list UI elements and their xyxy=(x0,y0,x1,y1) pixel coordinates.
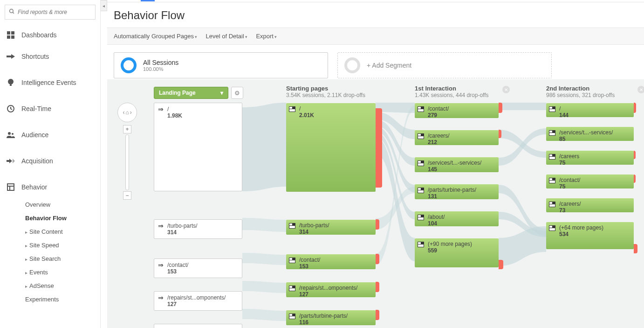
flow-node[interactable]: /turbo-parts/314 xyxy=(286,220,376,235)
nav-behavior-flow[interactable]: Behavior Flow xyxy=(0,211,100,225)
nav-label: Acquisition xyxy=(21,157,53,165)
home-button[interactable]: ‹ ⌂ › xyxy=(117,103,137,122)
flow-node[interactable]: /contact/153 xyxy=(286,254,376,269)
landing-node[interactable]: ⇒/parts/turbine-parts/116 xyxy=(154,324,242,328)
zoom-in-button[interactable]: + xyxy=(123,125,131,133)
dropoff-bar xyxy=(634,174,636,183)
nav-shortcuts[interactable]: Shortcuts xyxy=(0,46,100,67)
nav-site-search[interactable]: Site Search xyxy=(0,252,100,265)
landing-node[interactable]: ⇒/1.98K xyxy=(154,103,242,191)
sidebar-collapse-button[interactable]: ◂ xyxy=(101,0,107,11)
nav-label: Audience xyxy=(21,131,48,139)
landing-node[interactable]: ⇒/turbo-parts/314 xyxy=(154,219,242,239)
flow-node[interactable]: (+90 more pages)559 xyxy=(415,238,499,267)
flow-node[interactable]: /contact/75 xyxy=(546,174,634,188)
landing-page-dropdown[interactable]: Landing Page ▾ xyxy=(154,87,228,99)
node-value: 145 xyxy=(428,166,481,173)
page-icon xyxy=(289,286,295,291)
zoom-slider[interactable] xyxy=(125,134,129,190)
shortcut-icon xyxy=(7,52,15,61)
node-value: 2.01K xyxy=(299,112,314,119)
nav-label: Behavior xyxy=(21,183,47,191)
landing-node[interactable]: ⇒/repairs/st...omponents/127 xyxy=(154,291,242,311)
landing-column: ⇒/1.98K⇒/turbo-parts/314⇒/contact/153⇒/r… xyxy=(154,103,242,328)
page-icon xyxy=(549,130,555,136)
flow-node[interactable]: /careers/212 xyxy=(415,130,499,145)
flow-node[interactable]: /parts/turbine-parts/131 xyxy=(415,184,499,199)
flow-node[interactable]: /contact/279 xyxy=(415,103,499,118)
flow-node[interactable]: /2.01K xyxy=(286,103,376,192)
node-value: 104 xyxy=(428,220,445,227)
svg-marker-6 xyxy=(7,54,15,59)
flow-node[interactable]: /careers75 xyxy=(546,151,634,165)
dropoff-bar xyxy=(634,151,636,159)
node-value: 144 xyxy=(559,112,569,119)
close-icon[interactable]: ✕ xyxy=(502,86,510,93)
svg-point-10 xyxy=(8,132,11,135)
node-path: /turbo-parts/ xyxy=(167,223,198,229)
dropoff-bar xyxy=(376,108,382,188)
node-value: 1.98K xyxy=(167,112,182,119)
nav-realtime[interactable]: Real-Time xyxy=(0,98,100,119)
node-path: /turbo-parts/ xyxy=(299,222,329,229)
dropoff-bar xyxy=(376,254,379,264)
node-path: /contact/ xyxy=(559,177,580,183)
second-interaction-column: ✕ 2nd Interaction 986 sessions, 321 drop… xyxy=(546,85,634,259)
nav-dashboards[interactable]: Dashboards xyxy=(0,24,100,46)
flow-node[interactable]: /services/t...-services/85 xyxy=(546,127,634,141)
column-sub: 1.43K sessions, 444 drop-offs xyxy=(415,92,499,98)
starting-pages-column: Starting pages 3.54K sessions, 2.11K dro… xyxy=(286,85,376,328)
flow-node[interactable]: /144 xyxy=(546,103,634,117)
nav-site-content[interactable]: Site Content xyxy=(0,225,100,238)
search-reports[interactable] xyxy=(5,5,96,20)
toolbar: Automatically Grouped Pages Level of Det… xyxy=(107,28,644,45)
node-value: 153 xyxy=(167,268,188,275)
through-arrow-icon: ⇒ xyxy=(158,223,164,229)
first-interaction-column: ✕ 1st Interaction 1.43K sessions, 444 dr… xyxy=(415,85,499,279)
close-icon[interactable]: ✕ xyxy=(637,86,644,93)
toolbar-grouped-pages[interactable]: Automatically Grouped Pages xyxy=(114,33,198,40)
nav-intelligence[interactable]: Intelligence Events xyxy=(0,72,100,93)
flow-node[interactable]: /services/t...-services/145 xyxy=(415,157,499,172)
add-segment-button[interactable]: + Add Segment xyxy=(337,52,552,78)
flow-node[interactable]: /careers/73 xyxy=(546,198,634,212)
flow-node[interactable]: /about/104 xyxy=(415,211,499,226)
dropoff-bar xyxy=(634,103,636,113)
toolbar-export[interactable]: Export xyxy=(256,33,277,40)
nav-behavior[interactable]: Behavior xyxy=(0,176,100,198)
search-input[interactable] xyxy=(18,9,91,15)
svg-rect-3 xyxy=(11,31,14,35)
node-value: 127 xyxy=(167,301,226,307)
flow-node[interactable]: /repairs/st...omponents/127 xyxy=(286,282,376,297)
active-tab-indicator xyxy=(141,0,155,1)
behavior-icon xyxy=(7,183,15,191)
sidebar: Dashboards Shortcuts Intelligence Events… xyxy=(0,0,101,328)
nav-audience[interactable]: Audience xyxy=(0,124,100,146)
toolbar-level-detail[interactable]: Level of Detail xyxy=(206,33,248,40)
page-icon xyxy=(418,188,424,193)
flow-node[interactable]: /parts/turbine-parts/116 xyxy=(286,310,376,325)
node-value: 212 xyxy=(428,139,450,146)
nav-site-speed[interactable]: Site Speed xyxy=(0,238,100,252)
nav-acquisition[interactable]: Acquisition xyxy=(0,150,100,172)
flow-node[interactable]: (+64 more pages)534 xyxy=(546,222,634,249)
home-icon: ⌂ xyxy=(125,109,129,116)
nav-experiments[interactable]: Experiments xyxy=(0,293,100,306)
through-arrow-icon: ⇒ xyxy=(158,262,164,268)
landing-node[interactable]: ⇒/contact/153 xyxy=(154,258,242,278)
nav-adsense[interactable]: AdSense xyxy=(0,279,100,293)
node-value: 314 xyxy=(167,229,198,236)
zoom-out-button[interactable]: − xyxy=(123,191,131,200)
node-path: /careers xyxy=(559,153,579,160)
node-value: 314 xyxy=(299,229,329,235)
svg-rect-8 xyxy=(10,84,12,86)
behavior-flow-canvas[interactable]: Landing Page ▾ ⚙ ⇒/1.98K⇒/turbo-parts/31… xyxy=(107,79,644,328)
nav-label: Dashboards xyxy=(21,31,57,39)
nav-behavior-overview[interactable]: Overview xyxy=(0,198,100,211)
page-icon xyxy=(289,223,295,229)
segment-all-sessions[interactable]: All Sessions 100.00% xyxy=(114,52,328,78)
nav-events[interactable]: Events xyxy=(0,265,100,279)
flow-settings-button[interactable]: ⚙ xyxy=(231,87,243,99)
svg-rect-5 xyxy=(11,35,14,39)
svg-rect-4 xyxy=(7,35,10,39)
